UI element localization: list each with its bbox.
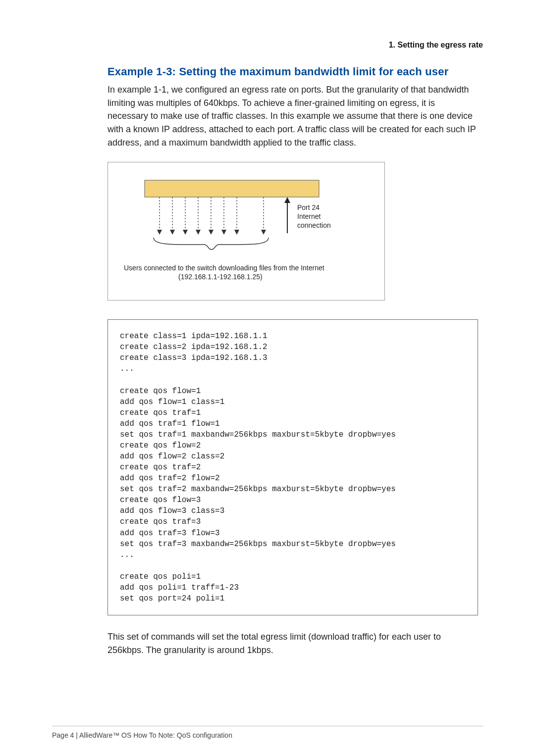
svg-marker-12: [221, 230, 226, 235]
running-header: 1. Setting the egress rate: [389, 41, 483, 50]
svg-marker-8: [196, 230, 201, 235]
closing-paragraph: This set of commands will set the total …: [107, 630, 478, 656]
svg-marker-2: [157, 230, 162, 235]
footer-text: Page 4 | AlliedWare™ OS How To Note: QoS…: [52, 731, 232, 739]
page: 1. Setting the egress rate Example 1-3: …: [0, 0, 535, 756]
svg-rect-0: [145, 180, 319, 197]
diagram-port-line1: Port 24: [297, 203, 320, 211]
intro-paragraph: In example 1-1, we configured an egress …: [107, 83, 478, 149]
code-block: create class=1 ipda=192.168.1.1 create c…: [107, 319, 478, 615]
diagram-svg: Port 24 Internet connection Users connec…: [115, 171, 377, 290]
footer-rule: [52, 726, 483, 726]
diagram-caption-2: (192.168.1.1-192.168.1.25): [178, 273, 263, 281]
svg-marker-14: [234, 230, 239, 235]
network-diagram: Port 24 Internet connection Users connec…: [107, 162, 385, 301]
svg-marker-16: [261, 230, 266, 235]
content-block: In example 1-1, we configured an egress …: [107, 83, 478, 656]
section-heading: Example 1-3: Setting the maximum bandwid…: [107, 65, 478, 78]
svg-marker-6: [183, 230, 188, 235]
diagram-caption-1: Users connected to the switch downloadin…: [124, 264, 324, 272]
svg-marker-18: [284, 197, 290, 203]
diagram-port-line3: connection: [297, 221, 331, 229]
diagram-port-line2: Internet: [297, 212, 321, 220]
svg-marker-10: [209, 230, 214, 235]
svg-marker-4: [170, 230, 175, 235]
